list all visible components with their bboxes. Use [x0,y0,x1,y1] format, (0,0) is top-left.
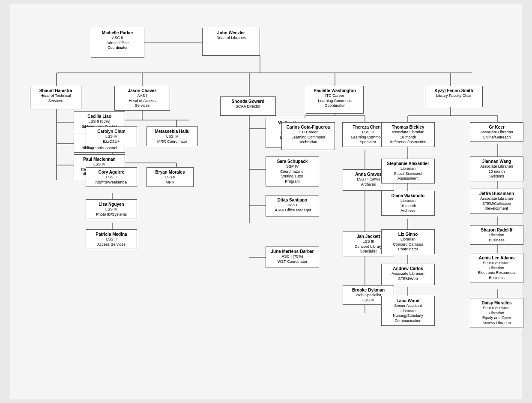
box-paulette: Paulette Washington ITC CareerLearning C… [306,86,364,114]
box-michelle: Michelle Parker ASC IIAdmin OfficeCoordi… [91,28,144,58]
box-diana: Diana Wakimoto Librarian10 monthArchives [381,191,435,216]
box-sharon: Sharon Radcliff LibrarianBusiness [470,225,523,245]
box-liz: Liz Ginno LibrarianConcord CampusCoordin… [381,229,435,254]
box-june: June Mertens-Barber ASC I (75%)WST Coord… [266,247,319,268]
box-carlos: Carlos Cota-Figueroa ITC CareerLearning … [281,122,335,150]
box-shonda: Shonda Goward SCAA Director [220,96,276,116]
page: Michelle Parker ASC IIAdmin OfficeCoordi… [9,4,523,399]
box-daisy: Daisy Muralles Senior AssistantLibrarian… [470,298,523,328]
box-ditas: Ditas Santiago AAS ISCAA Office Manager [266,195,319,217]
box-thomas: Thomas Bickley Associate Librarian10 mon… [381,122,435,147]
org-chart: Michelle Parker ASC IIAdmin OfficeCoordi… [18,13,514,390]
box-kyzyl: Kyzyl Fenno-Smith Library Faculty Chair [425,86,483,107]
box-carolyn: Carolyn Chun LSS IVILL/CSU+ [86,126,137,146]
box-annis: Annis Lee Adams Senior AssistantLibraria… [470,253,523,283]
box-jeffra: Jeffra Bussmann Associate LibrarianSTEM/… [470,189,523,214]
box-gr: Gr Keer Associate LibrarianOnline/Outrea… [470,122,523,142]
box-cory: Cory Aguirre LSS IINight's/Weekends/ [86,167,137,187]
box-andrew: Andrew Carlos Associate LibrarianSTEM/We… [381,264,435,285]
box-bryan: Bryan Morales LSS IIMRR [146,167,194,187]
box-john: John Wenzler Dean of Libraries [202,28,260,56]
box-shaunt: Shaunt Hamstra Head of TechnicalServices [30,86,81,109]
box-lana: Lana Wood Senior AssistantLibrarianNursi… [381,296,435,326]
box-metassebia: Metassebia Hailu LSS IVMRR Coordinator [146,126,198,146]
box-patricia: Patricia Medina LSS IIAccess Services [86,229,137,249]
box-stephanie: Stephanie Alexander LibrarianSocial Scie… [381,159,435,183]
box-sara: Sara Schupack SSP IVCoordinator ofWritin… [266,156,319,186]
box-lisa: Lisa Nguyen LSS IVPhoto ID/Systems [86,199,137,219]
box-jiannan: Jiannan Wang Associate Librarian10 month… [470,156,523,181]
box-jason: Jason Chavez AAS IHead of AccessServices [114,86,170,111]
